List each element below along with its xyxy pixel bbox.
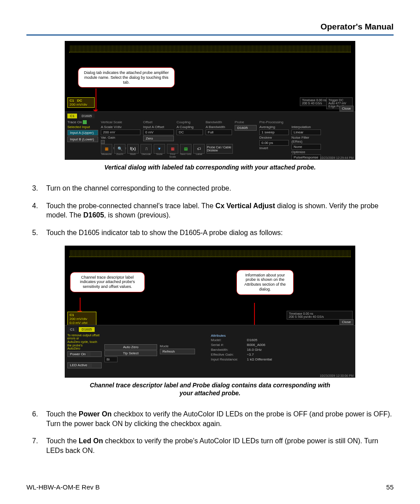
tab-c1[interactable]: C1: [67, 114, 77, 118]
callout-pointer-left: [80, 298, 81, 312]
tab-c1[interactable]: C1: [67, 327, 77, 332]
channel-descriptor[interactable]: C1 DC 200 mV/div: [67, 97, 95, 108]
autozero-button[interactable]: Auto Zero: [104, 344, 157, 350]
attr-serial-v: B006_A006: [247, 343, 272, 347]
waveform-trace: [69, 45, 351, 52]
avg-label: Averaging: [259, 125, 289, 129]
label-label: Label: [193, 153, 205, 158]
close-button[interactable]: Close: [339, 106, 354, 111]
callout-descriptor: Channel trace descriptor label indicates…: [70, 272, 145, 292]
findscale-button[interactable]: ▦: [167, 144, 178, 154]
footer-page-number: 55: [386, 483, 394, 491]
step-6: 6.Touch the Power On checkbox to verify …: [46, 409, 394, 428]
nextgrid-label: Next Grid: [180, 153, 192, 158]
optimize-value[interactable]: PulseResponse: [291, 155, 321, 160]
tipselect-button[interactable]: Tip Select: [104, 350, 157, 356]
probe-group: Probe D1605: [235, 120, 257, 131]
oscilloscope-screenshot-1: Dialog tab indicates the attached probe …: [65, 41, 355, 160]
step-bold: Led On: [79, 437, 103, 445]
zero-controls: Auto Zero Tip Select Bi: [104, 344, 157, 362]
tab-d1605[interactable]: D1605: [79, 327, 95, 332]
step-number: 3.: [32, 184, 38, 193]
side-column: Trace On Selected Input Input A (Upper) …: [67, 120, 98, 142]
timestamp: 10/23/2009 12:29:44 PM: [320, 156, 354, 159]
group-title: Coupling: [177, 120, 203, 124]
group-title: Vertical Scale: [101, 120, 140, 124]
tb-l1: Timebase 0.00 ns: [289, 312, 350, 315]
bw-value[interactable]: Full: [206, 129, 232, 135]
attr-gain-v: ÷3.7: [247, 353, 272, 357]
input-a-button[interactable]: Input A (Upper): [67, 130, 98, 136]
trigger-l2: Auto 477 mV: [328, 102, 350, 105]
math-button[interactable]: f(x): [127, 144, 139, 154]
input-b-button[interactable]: Input B (Lower): [67, 136, 98, 142]
channel-descriptor[interactable]: C1 200 mV/div 0.0 mV ofst: [67, 312, 96, 326]
attributes-table: Model:D1605 Serial #:B006_A006 Bandwidth…: [211, 338, 272, 361]
channel-sensitivity: 200 mV/div: [70, 103, 92, 107]
channel-sensitivity: 200 mV/div: [70, 317, 94, 321]
dialog-tabs: C1 D1605: [67, 114, 353, 118]
oscilloscope-screenshot-2: Channel trace descriptor label indicates…: [65, 246, 355, 378]
step-text-a: Touch the probe-connected channel's trac…: [46, 202, 215, 210]
deskew-value[interactable]: 0.00 ps: [259, 140, 289, 146]
timestamp: 10/23/2009 12:30:06 PM: [320, 374, 354, 377]
tb-l2: 200 S 500 ps/div 40 GS/s: [289, 315, 350, 318]
figure-1-caption: Vertical dialog with labeled tab corresp…: [104, 163, 316, 171]
coupling-value[interactable]: DC: [177, 129, 203, 135]
step-text-a: Touch the: [46, 437, 79, 445]
attr-bw-v: 16.0 GHz: [247, 348, 272, 352]
zero-button[interactable]: Zero: [143, 136, 174, 141]
close-button[interactable]: Close: [339, 319, 354, 325]
label-button[interactable]: 🏷: [193, 144, 205, 154]
page-content: Dialog tab indicates the attached probe …: [26, 41, 394, 475]
preprocessing-group: Pre-Processing Averaging 1 sweep Deskew …: [259, 120, 321, 160]
measure-button[interactable]: ▦: [101, 144, 112, 154]
group-title: Probe: [235, 120, 257, 124]
refresh-button[interactable]: Refresh: [160, 349, 195, 354]
decode-button[interactable]: ⎍: [140, 144, 152, 154]
timebase-box[interactable]: Timebase 0.00 ns 200 S 500 ps/div 40 GS/…: [287, 311, 353, 320]
led-active-checkbox[interactable]: LED Active: [67, 362, 102, 368]
store-button[interactable]: ▼: [154, 144, 165, 154]
offset-value[interactable]: 0 mV: [143, 129, 174, 135]
optimize-label: Optimize: [291, 150, 321, 154]
power-on-checkbox[interactable]: Power On: [67, 351, 102, 357]
interp-label: Interpolation: [291, 125, 321, 129]
left-controls: To remove output offset errors or AutoZe…: [67, 334, 102, 368]
tipselect-value[interactable]: Bi: [104, 357, 118, 362]
avg-value[interactable]: 1 sweep: [259, 129, 289, 135]
zoom-button[interactable]: 🔍: [114, 144, 125, 154]
step-number: 6.: [32, 409, 38, 419]
vargain-checkbox[interactable]: [101, 140, 105, 144]
bw-label: A Bandwidth: [206, 125, 232, 129]
nextgrid-button[interactable]: ▤: [180, 144, 192, 154]
step-bold: Power On: [79, 410, 112, 418]
attr-model-v: D1605: [247, 338, 272, 342]
footer-doc-id: WL-HBW-A-OM-E Rev B: [26, 483, 99, 491]
tab-d1605[interactable]: D1605: [79, 114, 95, 118]
coupling-group: Coupling A Coupling DC: [177, 120, 203, 135]
trace-on-checkbox[interactable]: [83, 120, 87, 124]
autozero-hint: To remove output offset errors or AutoZe…: [67, 334, 102, 350]
zoom-label: Zoom: [114, 153, 125, 158]
instruction-list-top: 3.Turn on the channel corresponding to t…: [26, 184, 394, 237]
callout-pointer: [96, 88, 96, 110]
step-number: 7.: [32, 436, 38, 446]
offset-label: Input A Offset: [143, 125, 174, 129]
scale-value[interactable]: 200 mV: [101, 129, 140, 135]
step-text-a: Touch the: [46, 410, 79, 418]
offset-group: Offset Input A Offset 0 mV Zero: [143, 120, 174, 141]
header-rule: [26, 34, 394, 36]
selected-input-label: Selected Input: [67, 125, 98, 129]
attr-bw-k: Bandwidth:: [211, 348, 238, 352]
group-title: Offset: [143, 120, 174, 124]
attr-model-k: Model:: [211, 338, 238, 342]
step-4: 4.Touch the probe-connected channel's tr…: [46, 201, 394, 220]
coupling-label: A Coupling: [177, 125, 203, 129]
interp-value[interactable]: Linear: [291, 129, 321, 135]
probe-button[interactable]: D1605: [235, 125, 257, 131]
bandwidth-group: Bandwidth A Bandwidth Full: [206, 120, 232, 135]
decode-label: Decode: [140, 153, 152, 158]
probecal-button[interactable]: Probe Cal / Cable Deskew: [206, 144, 233, 154]
noisefilter-value[interactable]: None: [291, 144, 321, 150]
